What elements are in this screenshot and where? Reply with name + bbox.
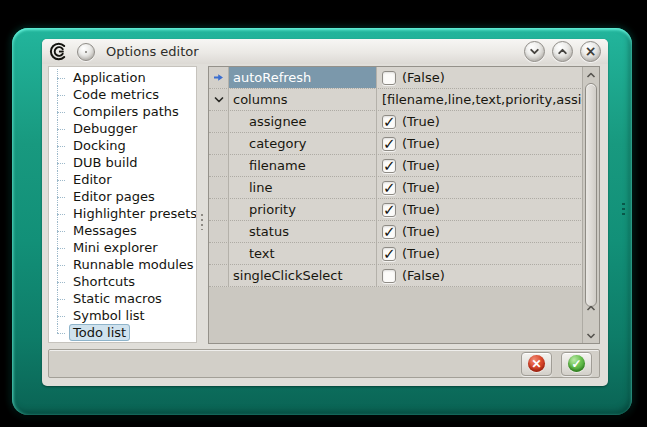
row-gutter [209,89,229,110]
property-name[interactable]: priority [229,199,377,220]
property-value: (True) [402,224,440,239]
sidebar-item-label: Todo list [69,324,130,341]
sidebar-item[interactable]: Symbol list [49,307,196,324]
sidebar-item[interactable]: DUB build [49,154,196,171]
value-checkbox[interactable] [382,269,396,283]
value-checkbox[interactable] [382,247,396,261]
sidebar-item-label: DUB build [69,154,142,171]
options-editor-window: Options editor × ApplicationCode metrics… [12,28,632,415]
value-checkbox[interactable] [382,115,396,129]
chevron-up-icon [586,71,596,80]
property-value: [filename,line,text,priority,assigne [382,92,599,107]
maximize-button[interactable] [552,41,573,62]
window-controls: × [524,41,601,62]
sidebar-item[interactable]: Runnable modules [49,256,196,273]
sidebar-item-label: Docking [69,137,130,154]
property-row[interactable]: category (True) [209,133,599,155]
scroll-down-button[interactable] [584,328,598,342]
scroll-up-button[interactable] [584,68,598,82]
row-gutter [209,111,229,132]
sidebar-item[interactable]: Editor pages [49,188,196,205]
expand-chevron-icon[interactable] [214,95,224,104]
sidebar-item[interactable]: Docking [49,137,196,154]
row-gutter [209,67,229,88]
sidebar-item[interactable]: Mini explorer [49,239,196,256]
property-name[interactable]: filename [229,155,377,176]
splitter-grip-icon [201,214,203,230]
red-cross-icon: ✕ [528,355,545,372]
property-name[interactable]: autoRefresh [229,67,377,88]
value-checkbox[interactable] [382,71,396,85]
value-checkbox[interactable] [382,225,396,239]
window-resize-grip[interactable] [622,203,625,217]
category-sidebar: ApplicationCode metricsCompilers pathsDe… [48,66,197,343]
scrollbar-thumb[interactable] [585,83,597,307]
property-row[interactable]: status (True) [209,221,599,243]
property-row[interactable]: text (True) [209,243,599,265]
sidebar-item[interactable]: Shortcuts [49,273,196,290]
property-row[interactable]: filename (True) [209,155,599,177]
window-title: Options editor [106,44,524,59]
sidebar-item-label: Code metrics [69,86,163,103]
value-checkbox[interactable] [382,203,396,217]
row-gutter [209,133,229,154]
property-row[interactable]: singleClickSelect (False) [209,265,599,287]
chevron-down-icon [586,331,596,340]
titlebar[interactable]: Options editor × [42,39,608,64]
sidebar-item[interactable]: Static macros [49,290,196,307]
property-name[interactable]: columns [229,89,377,110]
close-button[interactable]: × [580,41,601,62]
property-name[interactable]: line [229,177,377,198]
sidebar-item[interactable]: Messages [49,222,196,239]
vertical-scrollbar[interactable] [582,67,599,343]
sidebar-item[interactable]: Code metrics [49,86,196,103]
sidebar-splitter[interactable] [197,66,208,343]
property-name[interactable]: singleClickSelect [229,265,377,286]
property-value: (True) [402,202,440,217]
property-name[interactable]: status [229,221,377,242]
property-row[interactable]: line (True) [209,177,599,199]
sidebar-item-label: Highlighter presets [69,205,197,222]
sidebar-item[interactable]: Todo list [49,324,196,341]
sidebar-item[interactable]: Debugger [49,120,196,137]
row-gutter [209,243,229,264]
chevron-down-icon [529,46,540,57]
sidebar-item-label: Messages [69,222,141,239]
footer-toolbar: ✕ ✓ [48,349,600,378]
sidebar-item[interactable]: Editor [49,171,196,188]
app-logo-icon [49,42,68,61]
row-gutter [209,177,229,198]
property-row[interactable]: assignee (True) [209,111,599,133]
accept-button[interactable]: ✓ [561,352,592,376]
sidebar-item-label: Shortcuts [69,273,139,290]
chevron-up-icon [557,46,568,57]
scroll-up-button-2[interactable] [584,301,598,315]
sidebar-item[interactable]: Application [49,69,196,86]
value-checkbox[interactable] [382,181,396,195]
property-value: (True) [402,246,440,261]
close-icon: × [585,44,597,58]
chevron-up-icon [586,304,596,313]
row-gutter [209,199,229,220]
property-value: (False) [402,268,445,283]
sidebar-item[interactable]: Compilers paths [49,103,196,120]
property-name[interactable]: category [229,133,377,154]
window-content: Options editor × ApplicationCode metrics… [42,39,608,386]
property-value: (False) [402,70,445,85]
cancel-button[interactable]: ✕ [521,352,552,376]
property-row[interactable]: priority (True) [209,199,599,221]
property-value: (True) [402,158,440,173]
value-checkbox[interactable] [382,159,396,173]
property-row[interactable]: columns [filename,line,text,priority,ass… [209,89,599,111]
sidebar-item[interactable]: Highlighter presets [49,205,196,222]
property-name[interactable]: text [229,243,377,264]
sidebar-item-label: Mini explorer [69,239,162,256]
sidebar-item-label: Editor [69,171,115,188]
property-name[interactable]: assignee [229,111,377,132]
sidebar-item-label: Symbol list [69,307,149,324]
minimize-button[interactable] [524,41,545,62]
value-checkbox[interactable] [382,137,396,151]
property-value: (True) [402,114,440,129]
property-row[interactable]: autoRefresh (False) [209,67,599,89]
window-menu-button[interactable] [77,43,95,61]
